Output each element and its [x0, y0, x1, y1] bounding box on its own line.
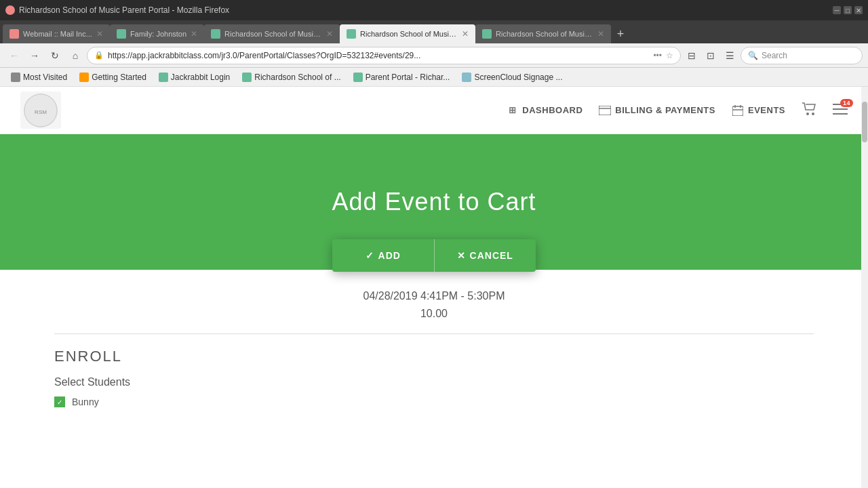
tab-label-4: Richardson School of Music P...: [360, 30, 458, 38]
bookmark-most-visited[interactable]: Most Visited: [5, 70, 73, 84]
bookmark-richardson-label: Richardson School of ...: [254, 73, 340, 82]
tab-favicon-1: [9, 29, 19, 39]
add-label: ADD: [378, 250, 401, 261]
tab-close-1[interactable]: ✕: [96, 29, 103, 39]
bookmark-richardson[interactable]: Richardson School of ...: [237, 70, 346, 84]
forward-button[interactable]: →: [26, 47, 43, 64]
content-area: 04/28/2019 4:41PM - 5:30PM 10.00 ENROLL …: [0, 270, 868, 428]
tab-favicon-5: [482, 29, 492, 39]
tab-label-3: Richardson School of Music |...: [224, 30, 322, 38]
tab-close-3[interactable]: ✕: [326, 29, 333, 39]
reload-button[interactable]: ↻: [46, 47, 64, 64]
bookmark-most-visited-label: Most Visited: [23, 73, 67, 82]
jackrabbit-login-icon: [159, 73, 168, 82]
window-controls[interactable]: ─ □ ✕: [833, 6, 863, 14]
screencloud-icon: [462, 73, 471, 82]
add-event-dialog: ✓ ADD ✕ CANCEL: [332, 239, 536, 272]
dashboard-label: DASHBOARD: [522, 105, 583, 115]
tab-5[interactable]: Richardson School of Music E... ✕: [475, 24, 611, 43]
tab-label-2: Family: Johnston: [130, 30, 186, 38]
events-label: EVENTS: [748, 105, 785, 115]
event-price: 10.00: [54, 308, 814, 334]
search-bar[interactable]: 🔍 Search: [741, 47, 863, 64]
site-header: RSM ⊞ DASHBOARD BILLING & PAYMENTS EVENT…: [0, 87, 868, 134]
dashboard-icon: ⊞: [506, 104, 518, 117]
cart-icon: [802, 102, 816, 118]
billing-label: BILLING & PAYMENTS: [615, 105, 715, 115]
svg-rect-2: [599, 106, 611, 115]
nav-extras: ⊟ ⊡ ☰: [684, 47, 738, 64]
student-row: ✓ Bunny: [54, 396, 814, 407]
tab-4[interactable]: Richardson School of Music P... ✕: [340, 24, 475, 43]
new-tab-button[interactable]: +: [611, 24, 630, 43]
url-text: https://app.jackrabbitclass.com/jr3.0/Pa…: [108, 51, 649, 60]
cancel-button[interactable]: ✕ CANCEL: [435, 239, 536, 272]
event-datetime: 04/28/2019 4:41PM - 5:30PM: [54, 290, 814, 302]
maximize-button[interactable]: □: [844, 6, 852, 14]
cancel-label: CANCEL: [470, 250, 513, 261]
logo-image: RSM: [24, 94, 58, 127]
tab-3[interactable]: Richardson School of Music |... ✕: [204, 24, 340, 43]
events-nav-link[interactable]: EVENTS: [732, 104, 785, 117]
student-checkbox-1[interactable]: ✓: [54, 396, 65, 407]
tab-label-5: Richardson School of Music E...: [496, 30, 593, 38]
search-placeholder: Search: [762, 51, 787, 60]
address-bar[interactable]: 🔒 https://app.jackrabbitclass.com/jr3.0/…: [87, 47, 681, 64]
tab-close-2[interactable]: ✕: [191, 29, 197, 39]
x-icon: ✕: [457, 250, 466, 261]
site-nav: ⊞ DASHBOARD BILLING & PAYMENTS EVENTS: [506, 102, 848, 118]
reader-icon[interactable]: ⊟: [684, 47, 700, 64]
address-options-icon[interactable]: •••: [653, 51, 662, 60]
nav-bar: ← → ↻ ⌂ 🔒 https://app.jackrabbitclass.co…: [0, 43, 868, 68]
tab-label-1: Webmail :: Mail Inc...: [23, 30, 92, 38]
tab-close-5[interactable]: ✕: [597, 29, 604, 39]
bookmark-getting-started[interactable]: Getting Started: [74, 70, 152, 84]
tab-2[interactable]: Family: Johnston ✕: [110, 24, 204, 43]
richardson-icon: [242, 73, 252, 82]
lock-icon: 🔒: [94, 51, 104, 60]
back-button[interactable]: ←: [5, 47, 23, 64]
bookmark-jackrabbit-login[interactable]: Jackrabbit Login: [153, 70, 235, 84]
select-students-label: Select Students: [54, 376, 814, 388]
tab-close-4[interactable]: ✕: [462, 29, 469, 39]
svg-text:RSM: RSM: [35, 109, 47, 115]
bookmark-jackrabbit-label: Jackrabbit Login: [171, 73, 230, 82]
menu-button[interactable]: 14: [833, 103, 848, 117]
billing-nav-link[interactable]: BILLING & PAYMENTS: [599, 104, 715, 117]
add-button[interactable]: ✓ ADD: [332, 239, 434, 272]
bookmark-parent-portal[interactable]: Parent Portal - Richar...: [348, 70, 456, 84]
tab-favicon-4: [347, 29, 356, 39]
menu-icon[interactable]: ☰: [722, 47, 738, 64]
bookmark-screencloud-label: ScreenCloud Signage ...: [474, 73, 562, 82]
svg-point-9: [812, 113, 814, 115]
home-button[interactable]: ⌂: [66, 47, 84, 64]
bookmark-screencloud[interactable]: ScreenCloud Signage ...: [456, 70, 568, 84]
billing-icon: [599, 104, 611, 117]
parent-portal-icon: [353, 73, 363, 82]
hero-banner: Add Event to Cart ✓ ADD ✕ CANCEL: [0, 134, 868, 270]
tab-1[interactable]: Webmail :: Mail Inc... ✕: [3, 24, 110, 43]
bookmark-star-icon[interactable]: ☆: [666, 51, 673, 60]
svg-rect-4: [732, 106, 743, 116]
student-name-1: Bunny: [72, 396, 99, 407]
browser-icon: [5, 5, 15, 15]
bookmarks-bar: Most Visited Getting Started Jackrabbit …: [0, 68, 868, 87]
events-icon: [732, 104, 744, 117]
tab-bar: Webmail :: Mail Inc... ✕ Family: Johnsto…: [0, 20, 868, 43]
sidebar-toggle-icon[interactable]: ⊡: [703, 47, 719, 64]
bookmark-getting-started-label: Getting Started: [92, 73, 146, 82]
minimize-button[interactable]: ─: [833, 6, 841, 14]
page-content: RSM ⊞ DASHBOARD BILLING & PAYMENTS EVENT…: [0, 87, 868, 488]
notification-badge: 14: [840, 99, 853, 107]
search-icon: 🔍: [748, 51, 758, 60]
dashboard-nav-link[interactable]: ⊞ DASHBOARD: [506, 104, 583, 117]
dialog-overlay: ✓ ADD ✕ CANCEL: [0, 134, 868, 270]
close-button[interactable]: ✕: [854, 6, 863, 14]
site-logo[interactable]: RSM: [20, 92, 61, 129]
tab-favicon-2: [117, 29, 126, 39]
most-visited-icon: [11, 73, 20, 82]
enroll-title: ENROLL: [54, 348, 814, 365]
tab-favicon-3: [211, 29, 220, 39]
cart-button[interactable]: [802, 102, 816, 118]
bookmark-parent-portal-label: Parent Portal - Richar...: [366, 73, 450, 82]
